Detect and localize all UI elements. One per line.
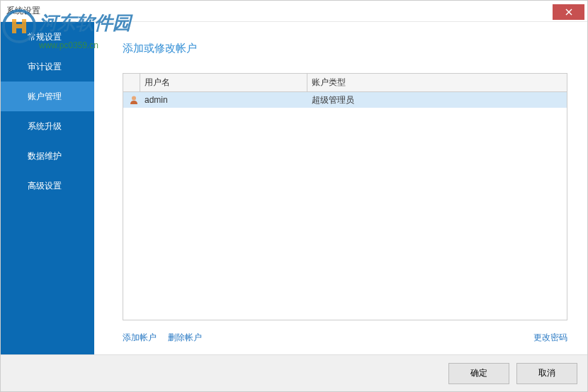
sidebar-item-label: 系统升级 bbox=[28, 121, 62, 133]
th-username[interactable]: 用户名 bbox=[140, 74, 307, 91]
action-links: 添加帐户 删除帐户 更改密码 bbox=[123, 332, 567, 344]
sidebar-item-account[interactable]: 账户管理 bbox=[1, 82, 94, 111]
th-type[interactable]: 账户类型 bbox=[307, 74, 567, 91]
link-group-left: 添加帐户 删除帐户 bbox=[123, 332, 202, 344]
td-username: admin bbox=[140, 92, 307, 108]
titlebar: 系统设置 bbox=[1, 1, 587, 22]
window-title: 系统设置 bbox=[6, 5, 40, 17]
add-account-link[interactable]: 添加帐户 bbox=[123, 332, 157, 344]
close-button[interactable] bbox=[553, 4, 584, 20]
user-icon bbox=[123, 92, 140, 108]
sidebar-item-label: 审计设置 bbox=[28, 61, 62, 73]
sidebar-item-audit[interactable]: 审计设置 bbox=[1, 52, 94, 82]
content-area: 常规设置 审计设置 账户管理 系统升级 数据维护 高级设置 添加或修改帐户 用户… bbox=[1, 22, 587, 354]
cancel-button[interactable]: 取消 bbox=[516, 363, 577, 384]
change-password-link[interactable]: 更改密码 bbox=[533, 332, 567, 344]
td-type: 超级管理员 bbox=[307, 92, 567, 108]
footer: 确定 取消 bbox=[1, 354, 587, 391]
account-table: 用户名 账户类型 admin 超级管理员 bbox=[123, 73, 567, 320]
sidebar-item-data[interactable]: 数据维护 bbox=[1, 141, 94, 171]
sidebar-item-label: 高级设置 bbox=[28, 180, 62, 192]
page-title: 添加或修改帐户 bbox=[123, 42, 567, 55]
table-header: 用户名 账户类型 bbox=[123, 74, 567, 92]
sidebar-item-general[interactable]: 常规设置 bbox=[1, 22, 94, 52]
ok-button[interactable]: 确定 bbox=[448, 363, 509, 384]
sidebar-item-label: 数据维护 bbox=[28, 150, 62, 162]
remove-account-link[interactable]: 删除帐户 bbox=[168, 332, 202, 344]
th-icon bbox=[123, 74, 140, 91]
close-icon bbox=[565, 9, 572, 16]
main-panel: 添加或修改帐户 用户名 账户类型 admin 超级管理员 添加帐户 删除帐户 更… bbox=[94, 22, 587, 354]
sidebar-item-label: 账户管理 bbox=[28, 91, 62, 103]
sidebar: 常规设置 审计设置 账户管理 系统升级 数据维护 高级设置 bbox=[1, 22, 94, 354]
sidebar-item-upgrade[interactable]: 系统升级 bbox=[1, 111, 94, 141]
sidebar-item-label: 常规设置 bbox=[28, 31, 62, 43]
table-row[interactable]: admin 超级管理员 bbox=[123, 92, 567, 108]
svg-point-6 bbox=[132, 96, 136, 101]
sidebar-item-advanced[interactable]: 高级设置 bbox=[1, 171, 94, 201]
